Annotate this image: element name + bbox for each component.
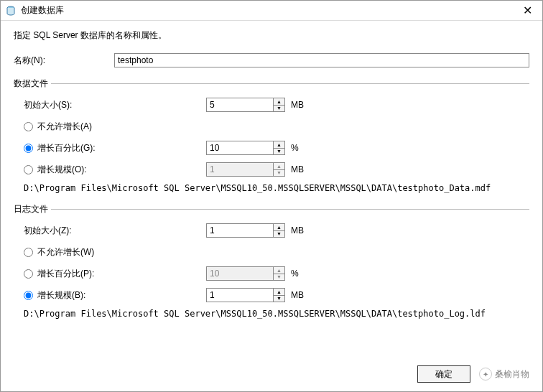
log-growth-percent-spinner: ▲▼ [206, 266, 285, 281]
data-initial-size-input[interactable] [207, 98, 273, 111]
data-growth-scale-unit: MB [291, 164, 304, 174]
spinner-up-icon[interactable]: ▲ [274, 224, 284, 231]
log-initial-size-row: 初始大小(Z): ▲▼ MB [24, 223, 529, 238]
titlebar: 创建数据库 ✕ [1, 1, 542, 21]
data-growth-scale-radio[interactable] [24, 165, 33, 174]
data-growth-scale-input [207, 163, 273, 176]
spinner-down-icon[interactable]: ▼ [274, 296, 284, 302]
log-file-legend: 日志文件 [14, 203, 51, 215]
data-no-growth-radio[interactable] [24, 122, 33, 131]
log-initial-size-label: 初始大小(Z): [24, 225, 206, 237]
spinner-up-icon: ▲ [274, 267, 284, 274]
spinner-down-icon[interactable]: ▼ [274, 231, 284, 238]
log-growth-percent-unit: % [291, 269, 299, 279]
data-growth-scale-row: 增长规模(O): ▲▼ MB [24, 162, 529, 177]
name-row: 名称(N): [14, 53, 529, 67]
data-growth-scale-spinner: ▲▼ [206, 162, 285, 177]
content-area: 指定 SQL Server 数据库的名称和属性。 名称(N): 数据文件 初始大… [1, 21, 542, 337]
window-title: 创建数据库 [21, 4, 517, 17]
log-growth-scale-input[interactable] [207, 289, 273, 302]
data-initial-size-unit: MB [291, 100, 304, 110]
close-button[interactable]: ✕ [517, 4, 538, 17]
log-no-growth-radio[interactable] [24, 248, 33, 257]
data-growth-percent-spinner[interactable]: ▲▼ [206, 141, 285, 155]
log-growth-scale-unit: MB [291, 290, 304, 300]
spinner-up-icon: ▲ [274, 163, 284, 170]
log-growth-scale-radio[interactable] [24, 291, 33, 300]
data-no-growth-row: 不允许增长(A) [24, 118, 529, 134]
spinner-down-icon[interactable]: ▼ [274, 106, 284, 112]
spinner-up-icon[interactable]: ▲ [274, 98, 284, 106]
log-initial-size-spinner[interactable]: ▲▼ [206, 223, 285, 238]
watermark: ✦ 桑榆肖物 [479, 368, 529, 381]
data-growth-percent-radio[interactable] [24, 144, 33, 153]
dialog-window: 创建数据库 ✕ 指定 SQL Server 数据库的名称和属性。 名称(N): … [0, 0, 543, 392]
ok-button[interactable]: 确定 [417, 365, 470, 383]
log-no-growth-row: 不允许增长(W) [24, 244, 529, 260]
name-input[interactable] [114, 53, 529, 67]
log-growth-scale-spinner[interactable]: ▲▼ [206, 288, 285, 302]
log-initial-size-input[interactable] [207, 224, 273, 237]
data-growth-scale-label: 增长规模(O): [37, 164, 87, 176]
data-no-growth-label: 不允许增长(A) [37, 121, 92, 133]
log-growth-percent-input [207, 267, 273, 280]
log-initial-size-unit: MB [291, 225, 304, 235]
spinner-down-icon[interactable]: ▼ [274, 149, 284, 155]
name-label: 名称(N): [14, 55, 114, 67]
button-bar: 确定 ✦ 桑榆肖物 [417, 365, 529, 383]
log-growth-scale-label: 增长规模(B): [37, 289, 85, 302]
log-file-group: 日志文件 初始大小(Z): ▲▼ MB 不允许增长(W) 增长百分比(P): [14, 203, 529, 322]
data-initial-size-row: 初始大小(S): ▲▼ MB [24, 97, 529, 113]
spinner-up-icon[interactable]: ▲ [274, 289, 284, 296]
description-text: 指定 SQL Server 数据库的名称和属性。 [14, 29, 529, 42]
data-initial-size-label: 初始大小(S): [24, 99, 206, 111]
data-initial-size-spinner[interactable]: ▲▼ [206, 98, 285, 112]
data-growth-percent-input[interactable] [207, 141, 273, 154]
watermark-text: 桑榆肖物 [495, 368, 529, 381]
spinner-up-icon[interactable]: ▲ [274, 141, 284, 149]
data-growth-percent-unit: % [291, 143, 299, 153]
log-growth-percent-radio[interactable] [24, 269, 33, 279]
data-file-group: 数据文件 初始大小(S): ▲▼ MB 不允许增长(A) 增长百分比(G): [14, 78, 529, 196]
spinner-down-icon: ▼ [274, 274, 284, 281]
log-growth-scale-row: 增长规模(B): ▲▼ MB [24, 287, 529, 303]
data-file-legend: 数据文件 [14, 78, 51, 90]
watermark-icon: ✦ [479, 368, 492, 381]
data-growth-percent-row: 增长百分比(G): ▲▼ % [24, 140, 529, 156]
log-growth-percent-row: 增长百分比(P): ▲▼ % [24, 266, 529, 281]
log-file-path: D:\Program Files\Microsoft SQL Server\MS… [24, 309, 529, 319]
data-file-path: D:\Program Files\Microsoft SQL Server\MS… [24, 183, 529, 193]
database-icon [5, 5, 17, 17]
spinner-down-icon: ▼ [274, 170, 284, 177]
log-no-growth-label: 不允许增长(W) [37, 246, 94, 258]
data-growth-percent-label: 增长百分比(G): [37, 142, 96, 154]
log-growth-percent-label: 增长百分比(P): [37, 268, 94, 280]
